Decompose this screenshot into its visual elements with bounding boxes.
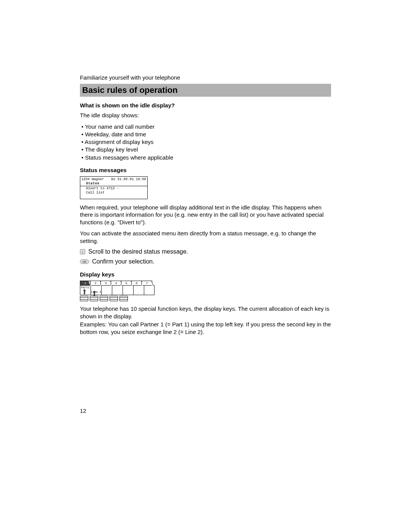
level-tab: 1 bbox=[80, 281, 91, 285]
list-item: The display key level bbox=[81, 146, 331, 153]
step-confirm-text: Confirm your selection. bbox=[92, 258, 155, 265]
step-scroll-text: Scroll to the desired status message. bbox=[88, 248, 188, 255]
subheading-idle-display: What is shown on the idle display? bbox=[80, 102, 331, 109]
step-scroll: ↓ Scroll to the desired status message. bbox=[80, 248, 331, 255]
screen-cell-part1: Part1 bbox=[80, 286, 91, 295]
display-name-number: 1234 Wagner bbox=[81, 177, 104, 182]
level-tab: 4 bbox=[111, 281, 121, 285]
display-status-label: Status bbox=[81, 182, 146, 186]
level-tab: 2 bbox=[90, 281, 101, 285]
section-title-bar: Basic rules of operation bbox=[80, 84, 331, 97]
idle-display-list: Your name and call number Weekday, date … bbox=[80, 123, 331, 161]
display-screen: Part1 bbox=[80, 285, 155, 295]
level-tab: 3 bbox=[100, 281, 111, 285]
display-msg-divert: Divert to 4712 → bbox=[81, 187, 146, 191]
step-confirm: OK Confirm your selection. bbox=[80, 258, 331, 265]
screen-cell bbox=[123, 286, 134, 295]
screen-cell bbox=[112, 286, 123, 295]
display-datetime: Do 31.05.01 16:50 bbox=[111, 177, 146, 182]
screen-cell bbox=[144, 286, 154, 295]
phone-display-status: 1234 Wagner Do 31.05.01 16:50 Status Div… bbox=[80, 176, 148, 199]
list-item: Your name and call number bbox=[81, 123, 331, 131]
level-tab: 7 bbox=[142, 281, 152, 285]
display-msg-calllist: Call list bbox=[81, 191, 146, 195]
document-page: Familiarize yourself with your telephone… bbox=[0, 0, 411, 532]
level-tabs: 1 2 3 4 5 6 7 bbox=[80, 281, 160, 285]
screen-subcell-line2: Line 2 bbox=[91, 291, 101, 294]
display-keys-para-1: Your telephone has 10 special function k… bbox=[80, 305, 331, 320]
display-divider bbox=[80, 186, 147, 186]
section-title: Basic rules of operation bbox=[82, 85, 329, 95]
display-key bbox=[80, 297, 88, 301]
status-para-2: You can activate the associated menu ite… bbox=[80, 230, 331, 244]
display-key bbox=[100, 297, 108, 301]
subheading-status-messages: Status messages bbox=[80, 167, 331, 173]
list-item: Status messages where applicable bbox=[81, 154, 331, 161]
subheading-display-keys: Display keys bbox=[80, 271, 331, 278]
status-para-1: When required, your telephone will displ… bbox=[80, 204, 331, 226]
list-item: Weekday, date and time bbox=[81, 131, 331, 138]
display-key: Line 2 bbox=[90, 296, 98, 300]
level-tab: 6 bbox=[131, 281, 142, 285]
display-keys-para-2: Examples: You can call Partner 1 (= Part… bbox=[80, 321, 331, 335]
breadcrumb: Familiarize yourself with your telephone bbox=[80, 74, 331, 81]
display-keys-diagram: 1 2 3 4 5 6 7 Part1 Line 2 bbox=[80, 281, 160, 301]
screen-cell bbox=[134, 286, 144, 295]
arrow-down-icon: ↓ bbox=[80, 249, 85, 254]
intro-text: The idle display shows: bbox=[80, 112, 331, 119]
page-number: 12 bbox=[80, 407, 86, 414]
level-tab: 5 bbox=[121, 281, 132, 285]
list-item: Assignment of display keys bbox=[81, 138, 331, 146]
screen-cell bbox=[102, 286, 112, 295]
display-key bbox=[119, 297, 128, 301]
ok-icon: OK bbox=[80, 259, 89, 264]
display-key bbox=[110, 297, 118, 301]
